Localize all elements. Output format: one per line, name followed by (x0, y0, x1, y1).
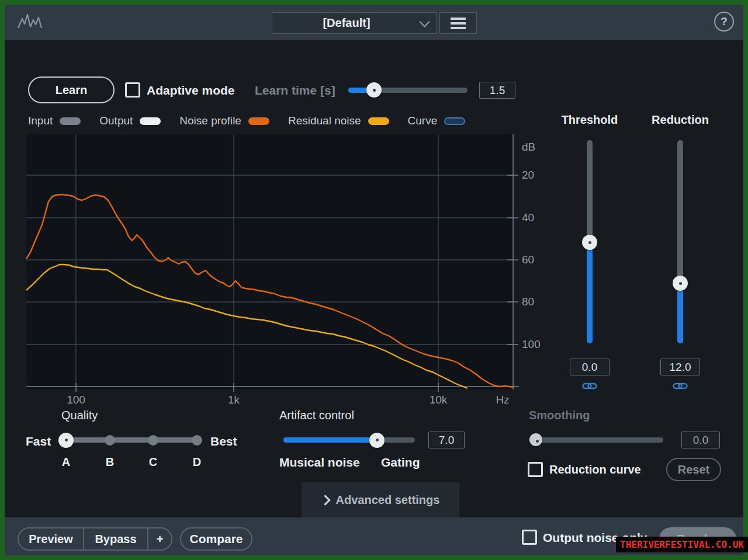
artifact-max-label: Gating (381, 455, 420, 469)
reset-button[interactable]: Reset (666, 458, 721, 481)
quality-detent-b[interactable] (105, 435, 115, 446)
quality-detent-d[interactable] (192, 435, 202, 446)
axis-tick-label: 60 (522, 253, 534, 266)
help-icon: ? (721, 15, 728, 28)
learn-button[interactable]: Learn (28, 76, 115, 103)
learn-time-slider-knob[interactable] (366, 82, 382, 98)
spectrum-legend: Input Output Noise profile Residual nois… (28, 113, 465, 128)
reduction-value[interactable]: 12.0 (660, 359, 700, 375)
axis-tick-label: 10k (424, 394, 453, 406)
artifact-slider-knob[interactable] (369, 433, 385, 448)
smoothing-value[interactable]: 0.0 (681, 432, 720, 448)
adaptive-mode-checkbox[interactable] (125, 82, 140, 98)
preset-menu-button[interactable] (439, 12, 477, 34)
add-button[interactable]: + (147, 528, 171, 549)
axis-tick-label: Hz (488, 394, 517, 406)
help-button[interactable]: ? (714, 12, 734, 32)
threshold-value[interactable]: 0.0 (570, 359, 610, 375)
axis-tick-label: 80 (522, 295, 534, 308)
compare-button[interactable]: Compare (180, 527, 252, 551)
smoothing-slider-track[interactable] (529, 437, 663, 443)
output-noise-only-checkbox[interactable] (522, 530, 537, 545)
app-surface: [Default] ? Learn Adaptive mode Learn ti… (5, 5, 743, 555)
preview-button[interactable]: Preview (19, 528, 83, 549)
quality-step-c[interactable]: C (144, 455, 162, 469)
reduction-slider-fill (677, 283, 683, 343)
plugin-window: [Default] ? Learn Adaptive mode Learn ti… (0, 0, 748, 560)
quality-detent-c[interactable] (148, 435, 158, 446)
spectrum-svg (26, 134, 520, 394)
threshold-slider-knob[interactable] (582, 235, 597, 250)
legend-item-noise-profile: Noise profile (179, 114, 269, 127)
output-swatch (140, 117, 161, 125)
advanced-settings-toggle[interactable]: Advanced settings (302, 482, 459, 517)
threshold-link-icon[interactable] (582, 381, 597, 391)
reduction-slider-knob[interactable] (673, 276, 688, 291)
axis-tick-label: 1k (219, 394, 248, 406)
learn-time-label: Learn time [s] (255, 84, 335, 98)
axis-tick-label: 40 (522, 211, 534, 224)
smoothing-slider-knob[interactable] (529, 433, 542, 446)
input-swatch (60, 117, 81, 125)
artifact-value[interactable]: 7.0 (428, 432, 465, 448)
legend-item-curve: Curve (408, 114, 466, 127)
noise-profile-swatch (248, 117, 269, 125)
quality-slider-knob[interactable] (58, 433, 74, 448)
preview-button-group: Preview Bypass + (18, 527, 172, 551)
quality-slider-track[interactable] (66, 437, 197, 443)
axis-tick-label: dB (522, 141, 535, 154)
smoothing-label: Smoothing (529, 409, 590, 422)
reduction-label: Reduction (643, 113, 717, 127)
quality-max-label: Best (210, 434, 237, 448)
advanced-settings-label: Advanced settings (336, 493, 440, 507)
preset-dropdown[interactable]: [Default] (272, 12, 437, 34)
quality-label: Quality (61, 409, 98, 422)
quality-step-b[interactable]: B (101, 455, 119, 469)
artifact-control-label: Artifact control (279, 409, 354, 422)
watermark-overlay: THERIVERFESTIVAL.CO.UK (616, 537, 748, 552)
axis-tick-label: 100 (522, 338, 541, 351)
axis-tick-label: 20 (522, 169, 534, 182)
quality-min-label: Fast (26, 434, 51, 448)
artifact-min-label: Musical noise (279, 455, 360, 469)
artifact-slider-fill (283, 437, 377, 443)
learn-time-value[interactable]: 1.5 (479, 82, 515, 99)
quality-step-d[interactable]: D (188, 455, 206, 469)
reduction-link-icon[interactable] (673, 381, 688, 391)
adaptive-mode-label: Adaptive mode (147, 84, 235, 98)
izotope-waveform-logo (18, 12, 42, 32)
threshold-slider-fill (587, 242, 593, 343)
hamburger-icon (450, 17, 466, 30)
chevron-down-icon (419, 16, 430, 27)
quality-step-a[interactable]: A (57, 455, 75, 469)
threshold-label: Threshold (553, 113, 626, 127)
residual-noise-swatch (368, 117, 389, 125)
legend-item-output: Output (99, 114, 161, 127)
legend-item-input: Input (28, 114, 81, 127)
preset-value: [Default] (272, 16, 421, 30)
curve-swatch (444, 117, 465, 125)
reduction-curve-checkbox[interactable] (528, 462, 543, 477)
axis-tick-label: 100 (61, 394, 91, 406)
chevron-right-icon (320, 495, 330, 505)
title-bar: [Default] ? (5, 5, 743, 40)
reduction-curve-label: Reduction curve (549, 463, 641, 476)
legend-item-residual-noise: Residual noise (288, 114, 389, 127)
bypass-button[interactable]: Bypass (83, 528, 147, 549)
spectrum-plot[interactable]: dB204060801001001k10kHz (26, 134, 552, 415)
